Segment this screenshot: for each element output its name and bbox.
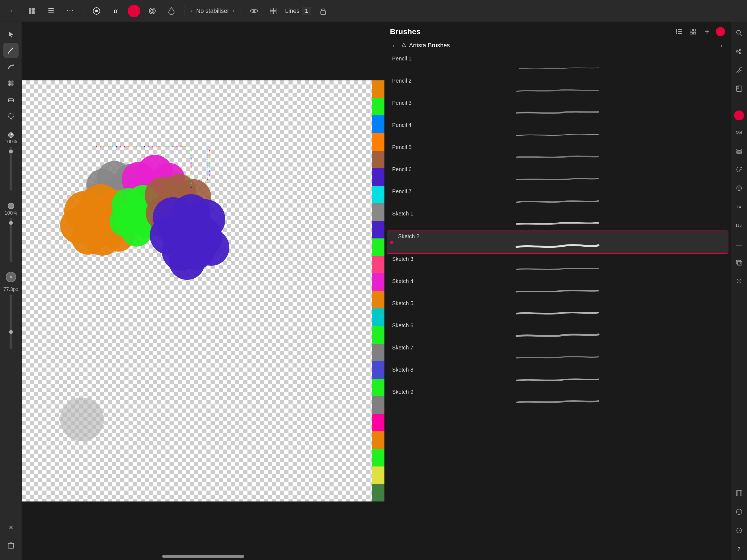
brush-item-sketch5[interactable]: Sketch 5 [387, 298, 728, 320]
stabiliser-prev[interactable]: ‹ [191, 7, 193, 15]
expand-icon[interactable] [732, 487, 746, 500]
water-tool[interactable] [164, 4, 179, 18]
bottom-tools: ✕ [3, 520, 19, 556]
svg-rect-13 [274, 8, 276, 11]
color-dot-sidebar[interactable] [734, 110, 744, 120]
gear-icon[interactable] [732, 275, 746, 288]
svg-line-143 [740, 34, 742, 35]
12pt-label[interactable]: 12pt [732, 219, 746, 232]
eraser-tool[interactable] [3, 92, 19, 107]
brush-item-sketch8[interactable]: Sketch 8 [387, 364, 728, 387]
svg-rect-161 [736, 490, 742, 496]
brush-name-sketch8: Sketch 8 [392, 367, 723, 373]
brush-item-sketch2[interactable]: Sketch 2 [387, 230, 728, 254]
circle-target-icon[interactable] [732, 182, 746, 195]
svg-rect-3 [32, 11, 35, 14]
symmetry-tool[interactable] [266, 4, 280, 18]
brush-item-sketch4[interactable]: Sketch 4 [387, 276, 728, 298]
add-brush-icon[interactable] [702, 26, 713, 37]
layers-icon[interactable] [732, 144, 746, 157]
brush-item-sketch9[interactable]: Sketch 9 [387, 387, 728, 409]
search-top-icon[interactable] [732, 26, 746, 40]
close-button[interactable]: ✕ [3, 520, 19, 535]
svg-point-43 [71, 221, 105, 255]
brush-item-pencil1[interactable]: Pencil 1 [387, 53, 728, 75]
brush-item-pencil6[interactable]: Pencil 6 [387, 164, 728, 186]
brush-size-px-label: 77.3px [3, 286, 18, 292]
brush-item-sketch1[interactable]: Sketch 1 [387, 208, 728, 230]
hamburger-menu[interactable]: ☰ [44, 4, 58, 18]
lasso-tool[interactable] [3, 108, 19, 124]
eye-visibility[interactable] [247, 4, 261, 18]
svg-point-91 [116, 146, 117, 147]
svg-point-113 [190, 162, 192, 163]
share-icon[interactable] [732, 45, 746, 58]
target-tool[interactable] [145, 4, 159, 18]
grid-view-icon[interactable] [687, 26, 698, 37]
plus-center-icon[interactable] [732, 505, 746, 518]
opacity-slider[interactable] [9, 147, 12, 190]
svg-point-117 [190, 179, 192, 180]
svg-rect-25 [8, 543, 14, 548]
brush-opt-label[interactable]: Opt [732, 126, 746, 139]
brush-size-slider[interactable] [9, 295, 12, 349]
svg-point-21 [11, 83, 14, 86]
photo-library-icon[interactable] [732, 256, 746, 269]
brush-tool[interactable] [3, 43, 19, 58]
svg-point-154 [739, 188, 739, 189]
brush-name-sketch5: Sketch 5 [392, 300, 723, 307]
svg-point-116 [190, 175, 192, 176]
category-back-button[interactable]: ‹ [389, 41, 398, 50]
svg-point-142 [737, 30, 741, 34]
category-nav: ‹ Artista Brushes › [384, 40, 730, 53]
svg-point-78 [169, 244, 205, 280]
palette-icon[interactable] [732, 163, 746, 176]
svg-point-110 [190, 150, 192, 152]
brush-item-pencil5[interactable]: Pencil 5 [387, 142, 728, 164]
canvas-area[interactable] [22, 22, 384, 560]
back-button[interactable]: ← [5, 4, 20, 18]
svg-point-17 [8, 52, 9, 54]
ellipsis-menu[interactable]: ⋯ [63, 4, 77, 18]
drawing-canvas[interactable] [22, 80, 384, 502]
select-tool[interactable] [3, 26, 19, 42]
stabiliser-control: ‹ No stabiliser › [191, 7, 235, 15]
selected-indicator [390, 240, 393, 244]
color-swatch[interactable] [6, 272, 16, 282]
svg-point-120 [190, 190, 192, 192]
opacity-section: 100% [0, 130, 22, 194]
color-blob-tool[interactable] [3, 75, 19, 91]
size-slider[interactable] [9, 218, 12, 262]
stabiliser-next[interactable]: › [232, 7, 234, 15]
lines-number[interactable]: 1 [302, 7, 311, 15]
brush-item-pencil3[interactable]: Pencil 3 [387, 98, 728, 120]
brush-item-sketch6[interactable]: Sketch 6 [387, 320, 728, 342]
magic-wand-tool[interactable] [89, 4, 104, 18]
smudge-tool[interactable] [3, 59, 19, 74]
svg-point-109 [188, 146, 189, 147]
grid-menu-button[interactable] [25, 4, 39, 18]
main-area: 100% 100% 77.3px [0, 22, 747, 560]
alpha-tool[interactable]: α [108, 4, 123, 18]
svg-rect-150 [737, 151, 742, 152]
color-picker-dot[interactable] [128, 5, 140, 17]
brush-item-pencil4[interactable]: Pencil 4 [387, 120, 728, 142]
opacity-thumb [9, 150, 13, 153]
brush-item-pencil2[interactable]: Pencil 2 [387, 75, 728, 98]
menu-icon[interactable] [732, 237, 746, 251]
category-forward-button[interactable]: › [716, 41, 726, 50]
help-icon[interactable]: ? [732, 542, 746, 556]
fx-label[interactable]: FX [732, 200, 746, 213]
export-icon[interactable] [732, 82, 746, 95]
clock-icon[interactable] [732, 524, 746, 537]
brush-item-sketch3[interactable]: Sketch 3 [387, 254, 728, 276]
brush-item-sketch7[interactable]: Sketch 7 [387, 342, 728, 364]
brush-list[interactable]: Pencil 1 Pencil 2 [384, 53, 730, 560]
svg-point-97 [140, 146, 141, 147]
active-color-dot[interactable] [716, 27, 725, 36]
lock-button[interactable] [316, 4, 330, 18]
list-view-icon[interactable] [673, 26, 684, 37]
delete-button[interactable] [3, 538, 19, 553]
brush-item-pencil7[interactable]: Pencil 7 [387, 186, 728, 208]
wrench-icon[interactable] [732, 63, 746, 77]
